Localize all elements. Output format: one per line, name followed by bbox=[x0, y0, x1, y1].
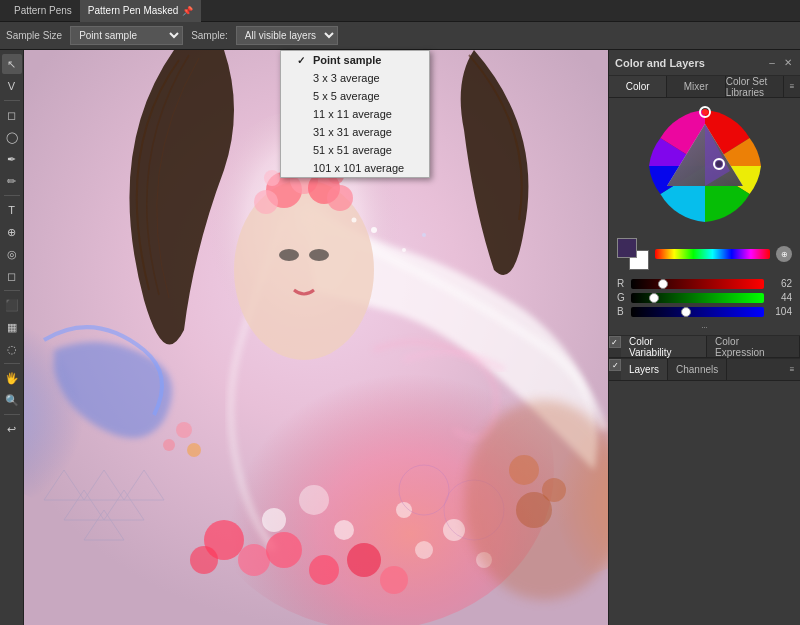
svg-point-49 bbox=[422, 233, 426, 237]
svg-point-25 bbox=[334, 520, 354, 540]
svg-point-27 bbox=[299, 485, 329, 515]
svg-point-48 bbox=[352, 218, 357, 223]
svg-point-20 bbox=[266, 532, 302, 568]
tool-separator-1 bbox=[4, 100, 20, 101]
svg-point-42 bbox=[516, 492, 552, 528]
tool-fill[interactable]: ⬛ bbox=[2, 295, 22, 315]
spectrum-bar[interactable] bbox=[655, 249, 770, 259]
dropdown-item-11x11[interactable]: 11 x 11 average bbox=[281, 105, 429, 123]
sample-size-dropdown: ✓ Point sample 3 x 3 average 5 x 5 avera… bbox=[280, 50, 430, 178]
red-thumb[interactable] bbox=[658, 279, 668, 289]
blue-label: B bbox=[617, 306, 627, 317]
color-tabs: Color Mixer Color Set Libraries ≡ bbox=[609, 76, 800, 98]
svg-point-23 bbox=[380, 566, 408, 594]
tool-move[interactable]: V bbox=[2, 76, 22, 96]
tool-blur[interactable]: ◌ bbox=[2, 339, 22, 359]
svg-point-40 bbox=[509, 455, 539, 485]
dropdown-item-51x51[interactable]: 51 x 51 average bbox=[281, 141, 429, 159]
dropdown-item-5x5[interactable]: 5 x 5 average bbox=[281, 87, 429, 105]
tool-hand[interactable]: 🖐 bbox=[2, 368, 22, 388]
red-label: R bbox=[617, 278, 627, 289]
tool-select[interactable]: ↖ bbox=[2, 54, 22, 74]
sample-label: Sample: bbox=[191, 30, 228, 41]
check-icon: ✓ bbox=[297, 55, 307, 66]
tool-eyedropper[interactable]: ◎ bbox=[2, 244, 22, 264]
svg-point-46 bbox=[371, 227, 377, 233]
blue-value: 104 bbox=[768, 306, 792, 317]
red-value: 62 bbox=[768, 278, 792, 289]
dropdown-item-31x31[interactable]: 31 x 31 average bbox=[281, 123, 429, 141]
svg-point-43 bbox=[176, 422, 192, 438]
green-value: 44 bbox=[768, 292, 792, 303]
tool-separator-4 bbox=[4, 363, 20, 364]
sample-size-label: Sample Size bbox=[6, 30, 62, 41]
tab-color-variability[interactable]: Color Variability bbox=[621, 336, 707, 357]
tool-brush[interactable]: ✏ bbox=[2, 171, 22, 191]
blue-thumb[interactable] bbox=[681, 307, 691, 317]
green-slider[interactable] bbox=[631, 293, 764, 303]
dropdown-item-3x3[interactable]: 3 x 3 average bbox=[281, 69, 429, 87]
svg-point-47 bbox=[402, 248, 406, 252]
foreground-swatch[interactable] bbox=[617, 238, 637, 258]
tab-mixer[interactable]: Mixer bbox=[667, 76, 725, 97]
layers-check[interactable]: ✓ bbox=[609, 359, 621, 371]
fg-bg-swatches[interactable] bbox=[617, 238, 649, 270]
svg-point-28 bbox=[415, 541, 433, 559]
panel-header: Color and Layers – ✕ bbox=[609, 50, 800, 76]
tool-zoom[interactable]: 🔍 bbox=[2, 390, 22, 410]
svg-point-21 bbox=[309, 555, 339, 585]
variability-check[interactable]: ✓ bbox=[609, 336, 621, 348]
pin-icon: 📌 bbox=[182, 6, 193, 16]
blue-slider[interactable] bbox=[631, 307, 764, 317]
tool-crop[interactable]: ⊕ bbox=[2, 222, 22, 242]
svg-point-55 bbox=[716, 161, 722, 167]
color-tab-menu-btn[interactable]: ≡ bbox=[784, 76, 800, 97]
panel-close-btn[interactable]: ✕ bbox=[782, 57, 794, 69]
svg-point-7 bbox=[309, 249, 329, 261]
svg-point-57 bbox=[702, 109, 708, 115]
red-slider[interactable] bbox=[631, 279, 764, 289]
color-wheel-area bbox=[609, 98, 800, 234]
tab-channels[interactable]: Channels bbox=[668, 359, 727, 380]
tool-erase[interactable]: ◻ bbox=[2, 266, 22, 286]
tool-separator-2 bbox=[4, 195, 20, 196]
tab-pattern-pens[interactable]: Pattern Pens bbox=[6, 0, 80, 22]
panel-collapse-btn[interactable]: – bbox=[766, 57, 778, 69]
tool-undo[interactable]: ↩ bbox=[2, 419, 22, 439]
layers-content bbox=[609, 381, 800, 625]
tab-color[interactable]: Color bbox=[609, 76, 667, 97]
svg-point-45 bbox=[187, 443, 201, 457]
tool-text[interactable]: T bbox=[2, 200, 22, 220]
sample-size-select[interactable]: Point sample 3 x 3 average 5 x 5 average… bbox=[70, 26, 183, 45]
color-wheel[interactable] bbox=[645, 106, 765, 226]
svg-point-13 bbox=[264, 170, 280, 186]
green-slider-row: G 44 bbox=[617, 292, 792, 303]
blue-slider-row: B 104 bbox=[617, 306, 792, 317]
svg-point-24 bbox=[262, 508, 286, 532]
svg-point-6 bbox=[279, 249, 299, 261]
tool-pen[interactable]: ✒ bbox=[2, 149, 22, 169]
tool-separator-5 bbox=[4, 414, 20, 415]
tool-shape[interactable]: ◻ bbox=[2, 105, 22, 125]
tab-pattern-pen-masked[interactable]: Pattern Pen Masked 📌 bbox=[80, 0, 202, 22]
top-bar: Pattern Pens Pattern Pen Masked 📌 bbox=[0, 0, 800, 22]
swatch-area: ⊕ bbox=[609, 234, 800, 274]
tab-color-expression[interactable]: Color Expression bbox=[707, 336, 800, 357]
layers-menu-btn[interactable]: ≡ bbox=[784, 359, 800, 380]
tool-gradient[interactable]: ▦ bbox=[2, 317, 22, 337]
green-label: G bbox=[617, 292, 627, 303]
sample-all-select[interactable]: All visible layers bbox=[236, 26, 338, 45]
more-options-btn[interactable]: ... bbox=[617, 320, 792, 331]
eyedropper-btn[interactable]: ⊕ bbox=[776, 246, 792, 262]
tool-ellipse[interactable]: ◯ bbox=[2, 127, 22, 147]
tab-layers[interactable]: Layers bbox=[621, 359, 668, 380]
layers-tabs: ✓ Layers Channels ≡ bbox=[609, 359, 800, 381]
tool-separator-3 bbox=[4, 290, 20, 291]
color-sliders: R 62 G 44 B 104 ... bbox=[609, 274, 800, 335]
svg-point-44 bbox=[163, 439, 175, 451]
dropdown-item-101x101[interactable]: 101 x 101 average bbox=[281, 159, 429, 177]
dropdown-item-point[interactable]: ✓ Point sample bbox=[281, 51, 429, 69]
tab-color-set[interactable]: Color Set Libraries bbox=[726, 76, 784, 97]
options-bar: Sample Size Point sample 3 x 3 average 5… bbox=[0, 22, 800, 50]
green-thumb[interactable] bbox=[649, 293, 659, 303]
